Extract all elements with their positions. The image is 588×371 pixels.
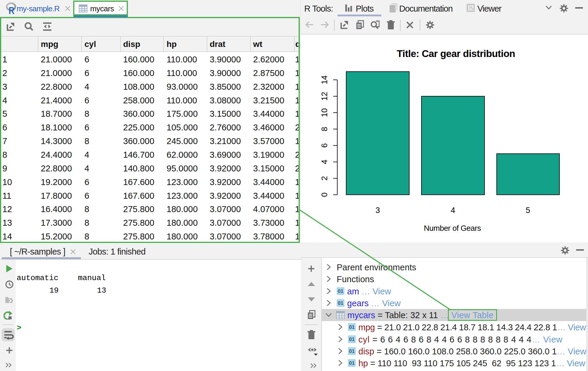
svg-text:10: 10 [320, 108, 329, 117]
svg-text:Number of Gears: Number of Gears [424, 224, 481, 233]
svg-text:3: 3 [375, 206, 380, 215]
svg-text:R: R [9, 5, 15, 15]
svg-text:2: 2 [320, 176, 329, 181]
svg-text:12: 12 [320, 92, 329, 101]
svg-text:8: 8 [320, 127, 329, 131]
svg-text:14: 14 [320, 75, 329, 84]
svg-text:6: 6 [320, 143, 329, 148]
svg-text:Title: Car gear distribution: Title: Car gear distribution [397, 48, 515, 59]
svg-text:4: 4 [320, 160, 329, 164]
svg-text:4: 4 [451, 206, 455, 215]
svg-text:0: 0 [320, 192, 329, 197]
svg-text:5: 5 [526, 206, 530, 215]
